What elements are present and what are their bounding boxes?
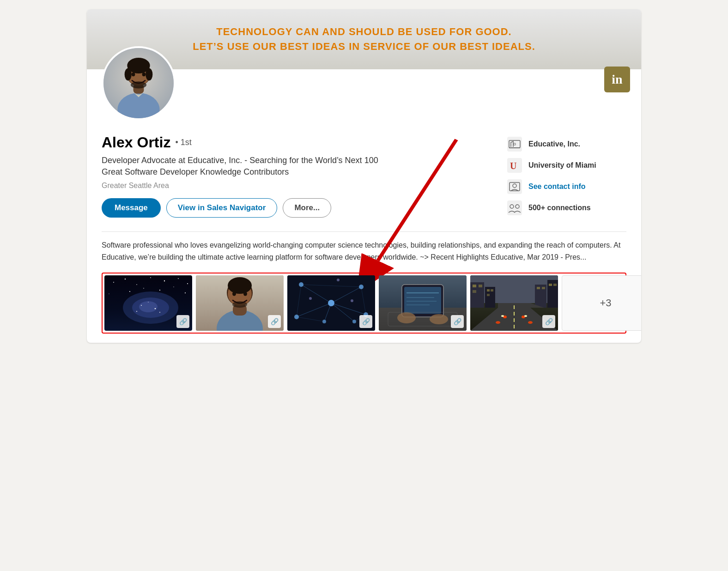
media-thumb-4[interactable]: 🔗 — [379, 275, 467, 331]
company-icon — [506, 136, 523, 152]
banner-text-line1: Technology can and should be used for go… — [216, 24, 511, 39]
svg-rect-105 — [553, 284, 557, 286]
svg-point-70 — [299, 282, 303, 287]
svg-rect-82 — [404, 287, 441, 314]
svg-point-75 — [352, 320, 356, 323]
media-thumb-2[interactable]: 🔗 — [196, 275, 284, 331]
name-row: Alex Ortiz • 1st — [102, 134, 506, 151]
media-row: 🔗 — [102, 273, 626, 334]
school-icon: U — [506, 157, 523, 174]
media-thumb-5[interactable]: 🔗 — [470, 275, 558, 331]
main-info: Alex Ortiz • 1st Developer Advocate at E… — [102, 134, 626, 227]
svg-rect-97 — [487, 289, 490, 292]
profile-headline: Developer Advocate at Educative, Inc. - … — [102, 155, 388, 178]
svg-point-76 — [309, 297, 312, 300]
media-link-icon-1: 🔗 — [176, 315, 189, 328]
svg-rect-98 — [491, 289, 493, 292]
svg-point-33 — [109, 293, 109, 294]
media-link-icon-5: 🔗 — [542, 315, 555, 328]
media-link-icon-3: 🔗 — [359, 315, 372, 328]
left-info: Alex Ortiz • 1st Developer Advocate at E… — [102, 134, 506, 227]
about-text: Software professional who loves evangeli… — [102, 239, 626, 263]
profile-location: Greater Seattle Area — [102, 182, 506, 190]
svg-point-41 — [139, 301, 158, 312]
media-link-icon-4: 🔗 — [451, 315, 464, 328]
more-button[interactable]: More... — [283, 198, 331, 218]
svg-rect-95 — [473, 290, 476, 293]
svg-text:U: U — [510, 161, 516, 171]
svg-point-113 — [501, 315, 504, 317]
svg-point-29 — [150, 277, 151, 278]
svg-point-112 — [528, 321, 533, 324]
contact-row[interactable]: See contact info — [506, 178, 626, 195]
profile-card: Technology can and should be used for go… — [87, 9, 641, 343]
connections-icon — [506, 200, 523, 216]
svg-point-74 — [322, 320, 326, 323]
svg-rect-89 — [388, 312, 457, 326]
media-thumb-1[interactable]: 🔗 — [104, 275, 192, 331]
svg-rect-14 — [507, 137, 522, 152]
svg-point-42 — [141, 305, 142, 306]
school-row: U University of Miami — [506, 157, 626, 174]
svg-point-56 — [232, 301, 247, 308]
svg-point-31 — [178, 278, 179, 279]
svg-point-9 — [146, 68, 152, 81]
linkedin-icon[interactable]: in — [604, 67, 630, 92]
svg-rect-94 — [479, 285, 482, 287]
svg-point-111 — [496, 321, 500, 324]
svg-point-114 — [524, 315, 527, 317]
media-link-icon-2: 🔗 — [268, 315, 281, 328]
connections-row: 500+ connections — [506, 200, 626, 216]
svg-point-27 — [125, 278, 126, 279]
svg-point-55 — [243, 292, 247, 296]
svg-rect-104 — [549, 284, 552, 286]
svg-rect-101 — [537, 287, 540, 289]
svg-point-54 — [232, 292, 236, 296]
svg-point-43 — [155, 308, 156, 309]
profile-section: Alex Ortiz • 1st Developer Advocate at E… — [87, 69, 641, 343]
svg-point-38 — [185, 292, 186, 293]
svg-point-30 — [164, 280, 165, 281]
profile-name: Alex Ortiz — [102, 134, 170, 151]
svg-rect-93 — [473, 285, 476, 287]
media-thumb-3[interactable]: 🔗 — [287, 275, 375, 331]
contact-info-link[interactable]: See contact info — [528, 182, 586, 191]
svg-point-46 — [136, 311, 137, 312]
message-button[interactable]: Message — [102, 198, 161, 218]
svg-point-26 — [113, 282, 114, 283]
company-row: Educative, Inc. — [506, 136, 626, 152]
degree-badge: • 1st — [175, 138, 191, 147]
svg-point-78 — [337, 279, 340, 281]
avatar — [102, 46, 176, 120]
avatar-wrapper — [102, 46, 176, 120]
svg-rect-99 — [487, 294, 490, 296]
svg-point-12 — [131, 81, 146, 88]
svg-point-10 — [132, 73, 135, 77]
contact-icon — [506, 178, 523, 195]
svg-point-37 — [173, 286, 174, 287]
banner-text-line2: Let’s use our best ideas in service of o… — [193, 39, 535, 54]
svg-point-32 — [187, 283, 188, 284]
svg-point-77 — [351, 299, 353, 302]
svg-point-8 — [125, 68, 132, 81]
svg-point-44 — [148, 302, 149, 303]
svg-point-45 — [159, 312, 160, 313]
sales-navigator-button[interactable]: View in Sales Navigator — [166, 198, 278, 218]
svg-rect-23 — [507, 200, 522, 215]
svg-point-36 — [159, 289, 160, 290]
svg-point-71 — [359, 285, 364, 289]
svg-point-53 — [228, 277, 252, 294]
action-buttons: Message View in Sales Navigator More... — [102, 198, 506, 218]
svg-point-35 — [143, 288, 144, 289]
svg-point-69 — [328, 300, 334, 306]
svg-point-34 — [129, 291, 130, 292]
svg-point-28 — [136, 284, 137, 285]
media-extra-count[interactable]: +3 — [562, 275, 641, 331]
company-name: Educative, Inc. — [528, 140, 580, 148]
svg-rect-102 — [542, 287, 545, 289]
school-name: University of Miami — [528, 161, 596, 170]
svg-rect-96 — [485, 287, 495, 308]
svg-point-11 — [142, 73, 146, 77]
connections-count: 500+ connections — [528, 204, 591, 212]
section-divider — [102, 231, 626, 232]
